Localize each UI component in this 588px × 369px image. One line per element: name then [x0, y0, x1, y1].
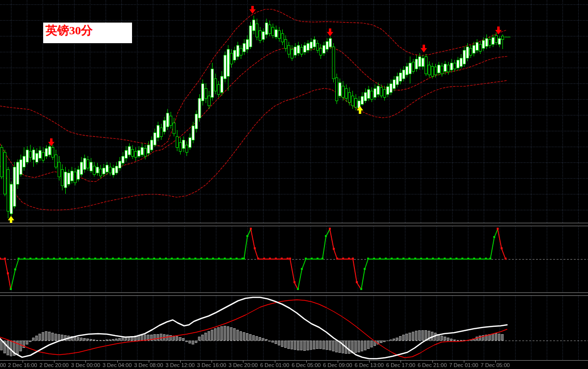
time-axis-label: 6 Dec 21:00: [418, 362, 447, 368]
chart-annotation-label[interactable]: 英镑30分: [43, 23, 132, 43]
trend-signal-panel[interactable]: [0, 226, 588, 292]
time-axis-label: 3 Dec 20:00: [229, 362, 258, 368]
mt4-chart-window: 英镑30分 002 Dec 16:002 Dec 20:003 Dec 00:0…: [0, 0, 588, 369]
time-axis-label: 6 Dec 17:00: [386, 362, 415, 368]
time-axis-label: 3 Dec 08:00: [134, 362, 163, 368]
time-axis-label: 6 Dec 01:00: [260, 362, 289, 368]
panel-separator[interactable]: [0, 292, 588, 296]
time-axis-label: 3 Dec 04:00: [103, 362, 132, 368]
time-axis-label: 6 Dec 05:00: [292, 362, 321, 368]
chart-title-text: 英镑30分: [43, 23, 132, 37]
time-axis-label: 3 Dec 12:00: [165, 362, 194, 368]
panel-separator[interactable]: [0, 223, 588, 226]
time-axis-label: 2 Dec 16:00: [8, 362, 37, 368]
time-axis-label: 7 Dec 01:00: [449, 362, 478, 368]
time-axis-label: 3 Dec 16:00: [197, 362, 226, 368]
time-axis-label: 6 Dec 09:00: [323, 362, 352, 368]
time-axis-label: 7 Dec 05:00: [481, 362, 509, 368]
time-axis-label: 3 Dec 00:00: [71, 362, 100, 368]
time-axis-label-partial: 00: [0, 362, 6, 368]
macd-panel[interactable]: [0, 296, 588, 360]
time-axis-label: 2 Dec 20:00: [40, 362, 69, 368]
time-axis[interactable]: 002 Dec 16:002 Dec 20:003 Dec 00:003 Dec…: [0, 361, 588, 369]
time-axis-label: 6 Dec 13:00: [355, 362, 384, 368]
